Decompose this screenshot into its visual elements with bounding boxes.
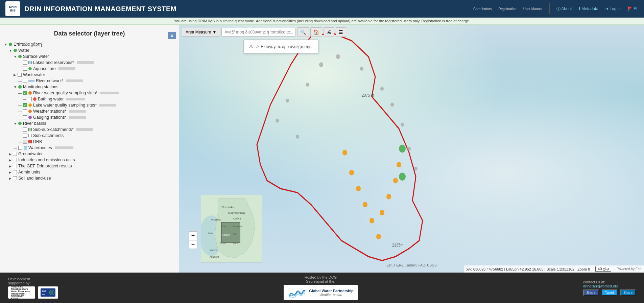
zoom-out-button[interactable]: −	[189, 240, 197, 249]
collapse-sidebar-button[interactable]: «	[168, 32, 176, 39]
app-title: DRIN INFORMATION MANAGEMENT SYSTEM	[24, 5, 473, 13]
registration-label: Registration	[498, 7, 516, 11]
expand-monitoring-icon[interactable]: ▼	[14, 85, 17, 89]
dev-logo-1: IntegratingTransboundaryWater ResourcesM…	[8, 286, 35, 299]
waterbodies-color	[24, 146, 27, 149]
svg-text:Ελλάς: Ελλάς	[220, 242, 226, 245]
lake-quality-label: Lake water quality sampling sites*	[33, 103, 97, 108]
sidebar: Data selector (layer tree) « ▼ Επίπεδα χ…	[0, 25, 179, 273]
lakes-checkbox[interactable]	[23, 61, 27, 65]
sub-color	[28, 134, 32, 137]
bathing-water-label: Bathing water	[38, 97, 64, 101]
tree-surface-water: ▼ Surface water	[4, 53, 176, 60]
tree-monitoring: ▼ Monitoring stations	[4, 84, 176, 90]
header: DRINIMS DRIN INFORMATION MANAGEMENT SYST…	[0, 0, 644, 18]
language-link[interactable]: 🚩 EL	[627, 6, 639, 11]
expand-water-icon[interactable]: ▼	[9, 49, 12, 52]
dev-logo-2: DRIN IMS	[38, 286, 58, 299]
tree-lakes[interactable]: — Lakes and reservoirs*	[4, 60, 176, 66]
map-toolbar: Area Measure ▼ 🔍 🏠 🖨 ☰	[182, 27, 346, 37]
tree-gauging[interactable]: — Gauging stations*	[4, 114, 176, 120]
twitter-share-button[interactable]: Tweet	[602, 289, 618, 296]
login-link[interactable]: ➜ Log in	[605, 6, 621, 11]
tree-river-basins: ▼ River basins	[4, 120, 176, 126]
tree-wastewater[interactable]: ▶ Wastewater	[4, 72, 176, 78]
menu-button[interactable]: ☰	[336, 27, 346, 37]
registration-nav: Registration	[498, 7, 516, 11]
admin-checkbox[interactable]	[13, 170, 17, 174]
contact-email[interactable]: dringis@gwpmed.org	[583, 284, 636, 288]
groundwater-checkbox[interactable]	[13, 152, 17, 156]
footer-development: Development supported by: IntegratingTra…	[8, 277, 58, 299]
search-button[interactable]: 🔍	[297, 27, 309, 37]
metadata-link[interactable]: ℹ Metadata	[579, 6, 598, 11]
gef-label: The GEF Drin project results	[18, 164, 72, 168]
gef-checkbox[interactable]	[13, 164, 17, 168]
expand-surface-icon[interactable]: ▼	[14, 55, 17, 59]
home-button[interactable]: 🏠	[310, 27, 322, 37]
expand-root-icon[interactable]: ▼	[4, 43, 7, 46]
usermanual-nav: User Manual	[523, 7, 543, 11]
map-status-bar: x/y: 630896 / 4756682 | Lat/Lon 42.952 1…	[464, 265, 644, 273]
tree-admin[interactable]: ▶ Admin units	[4, 169, 176, 175]
tree-gef[interactable]: ▶ The GEF Drin project results	[4, 163, 176, 169]
lakes-bar	[77, 61, 94, 64]
coordinates-text: x/y: 630896 / 4756682 | Lat/Lon 42.952 1…	[467, 267, 590, 271]
main-area: Data selector (layer tree) « ▼ Επίπεδα χ…	[0, 25, 644, 273]
tree-waterbodies[interactable]: — Waterbodies	[4, 145, 176, 151]
gauging-checkbox[interactable]	[23, 115, 27, 119]
logo-text: DRINIMS	[9, 5, 17, 13]
sub-label: Sub-catchments	[33, 133, 64, 138]
weather-checkbox[interactable]	[23, 109, 27, 113]
sub-checkbox[interactable]	[23, 134, 27, 138]
lakes-label: Lakes and reservoirs*	[33, 60, 74, 65]
zoom-in-button[interactable]: +	[189, 231, 197, 240]
aquaculture-checkbox[interactable]	[23, 67, 27, 71]
drb-checkbox[interactable]	[23, 140, 27, 144]
bathing-bar	[66, 98, 85, 100]
tree-industries[interactable]: ▶ Industries and emissions units	[4, 157, 176, 163]
guest-banner: You are using DRIM IMS in a limited gues…	[0, 18, 644, 25]
dev-label: Development supported by:	[8, 277, 58, 285]
industries-checkbox[interactable]	[13, 158, 17, 162]
weather-label: Weather stations*	[33, 109, 66, 114]
gwp-sub: Mediterranean	[309, 293, 354, 297]
dev-logos: IntegratingTransboundaryWater ResourcesM…	[8, 286, 58, 299]
weather-bar	[69, 110, 86, 113]
tree-drb[interactable]: — DRB	[4, 139, 176, 145]
river-quality-checkbox[interactable]	[23, 91, 27, 95]
footer: Development supported by: IntegratingTra…	[0, 273, 644, 303]
lake-quality-checkbox[interactable]	[23, 103, 27, 107]
svg-text:София: София	[222, 234, 230, 236]
bathing-color	[33, 97, 37, 101]
expand-basins-icon[interactable]: ▼	[14, 122, 17, 125]
wastewater-checkbox[interactable]	[18, 73, 22, 77]
tree-weather[interactable]: — Weather stations*	[4, 108, 176, 114]
waterbodies-checkbox[interactable]	[18, 146, 22, 150]
tree-bathing-water[interactable]: — Bathing water	[4, 96, 176, 102]
tree-river-quality[interactable]: — River water quality sampling sites*	[4, 90, 176, 96]
print-button[interactable]: 🖨	[324, 27, 334, 37]
river-quality-color	[28, 91, 32, 95]
tree-sub[interactable]: — Sub-catchments	[4, 133, 176, 139]
soil-checkbox[interactable]	[13, 176, 17, 180]
waterbodies-label: Waterbodies	[28, 145, 52, 150]
svg-text:DRIN: DRIN	[42, 290, 46, 292]
tree-lake-quality[interactable]: — Lake water quality sampling sites*	[4, 102, 176, 108]
sub-sub-checkbox[interactable]	[23, 127, 27, 132]
search-input[interactable]	[221, 28, 296, 37]
surface-water-label: Surface water	[23, 54, 49, 59]
about-link[interactable]: ⓘ About	[556, 6, 572, 12]
facebook-share-button[interactable]: Share	[583, 289, 599, 296]
bathing-checkbox[interactable]	[28, 97, 32, 101]
tree-river-network[interactable]: — River network*	[4, 78, 176, 84]
tree-aquaculture[interactable]: — Aquaculture	[4, 66, 176, 72]
map-container[interactable]: 2075 m 2135m Area Measure ▼ 🔍 🏠 🖨 ☰ ⚠ ⚠ …	[179, 25, 644, 273]
tree-groundwater[interactable]: ▶ Groundwater	[4, 151, 176, 157]
river-network-checkbox[interactable]	[23, 79, 27, 83]
tree-sub-sub[interactable]: — Sub-sub-catchments*	[4, 126, 176, 133]
tree-soil[interactable]: ▶ Soil and land-use	[4, 175, 176, 181]
linkedin-share-button[interactable]: Share	[620, 289, 636, 296]
area-measure-button[interactable]: Area Measure ▼	[182, 28, 220, 37]
svg-text:Србија: Србија	[233, 217, 241, 220]
